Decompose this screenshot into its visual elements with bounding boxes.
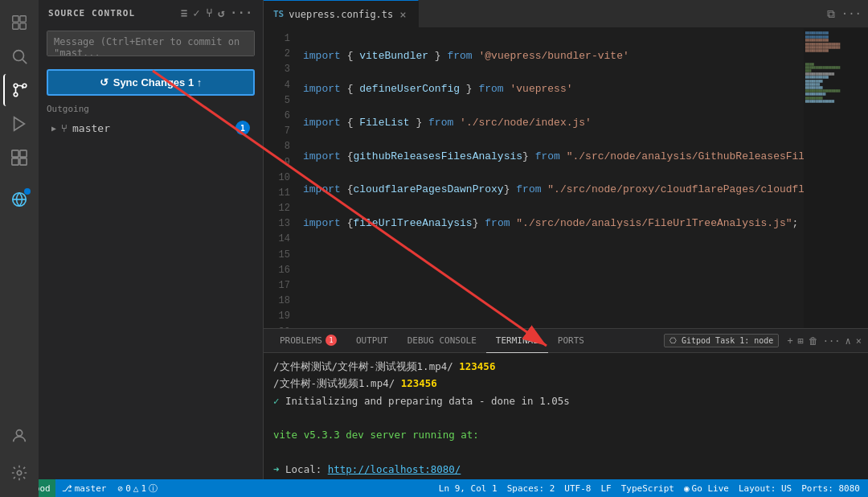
tab-vuepress-config[interactable]: TS vuepress.config.ts ×	[264, 0, 419, 27]
account-icon[interactable]	[3, 420, 35, 452]
sidebar-title: SOURCE CONTROL	[48, 8, 135, 18]
svg-rect-13	[20, 158, 27, 165]
warning-count: 1	[141, 483, 146, 494]
branch-row[interactable]: ▶ ⑂ master 1	[47, 117, 255, 138]
editor-body: 12345 678910 1112131415 1617181920 21 im…	[264, 28, 868, 328]
sidebar-commit-icon[interactable]: ✓	[193, 6, 201, 19]
outgoing-section: Outgoing ▶ ⑂ master 1	[39, 101, 263, 142]
code-editor[interactable]: 12345 678910 1112131415 1617181920 21 im…	[264, 28, 804, 328]
status-errors[interactable]: ⊘ 0 △ 1 ⓘ	[113, 479, 163, 497]
svg-rect-10	[12, 150, 18, 157]
terminal-delete-icon[interactable]: 🗑	[809, 335, 818, 347]
tab-ports[interactable]: PORTS	[548, 329, 594, 353]
minimap-content: ████████████████ ████████████████ ██████…	[804, 28, 868, 106]
svg-line-5	[23, 60, 27, 64]
branch-name: master	[72, 122, 110, 134]
commit-message-input[interactable]	[47, 31, 255, 56]
activity-bar	[0, 0, 39, 497]
sidebar-menu-icon[interactable]: ≡	[181, 6, 189, 19]
svg-point-17	[17, 470, 22, 475]
svg-point-4	[14, 51, 24, 61]
terminal-area: PROBLEMS1 OUTPUT DEBUG CONSOLE TERMINAL …	[264, 328, 868, 497]
terminal-more-icon[interactable]: ···	[823, 335, 841, 347]
terminal-body[interactable]: /文件树测试/文件树-测试视频1.mp4/ 123456 /文件树-测试视频1.…	[264, 353, 868, 497]
line-numbers: 12345 678910 1112131415 1617181920 21	[264, 28, 300, 328]
sidebar-branch-icon[interactable]: ⑂	[206, 6, 213, 19]
explorer-icon[interactable]	[3, 6, 35, 39]
terminal-line-6	[273, 443, 858, 460]
cursor-position: Ln 9, Col 1	[439, 483, 497, 494]
terminal-line-1: /文件树测试/文件树-测试视频1.mp4/ 123456	[273, 358, 858, 375]
tab-problems[interactable]: PROBLEMS1	[270, 329, 346, 353]
search-icon[interactable]	[3, 40, 35, 72]
commit-message-area	[39, 26, 263, 64]
svg-rect-12	[12, 158, 18, 165]
terminal-line-7: ➜ Local: http://localhost:8080/	[273, 461, 858, 478]
source-control-icon[interactable]	[3, 74, 35, 106]
outgoing-label: Outgoing	[47, 104, 255, 114]
status-cursor[interactable]: Ln 9, Col 1	[434, 483, 502, 494]
tab-label: vuepress.config.ts	[289, 9, 393, 20]
status-language[interactable]: TypeScript	[616, 483, 679, 494]
sync-changes-button[interactable]: ↺ Sync Changes 1 ↑	[47, 69, 255, 96]
terminal-line-3: ✓ Initializing and preparing data - done…	[273, 392, 858, 409]
editor-area: TS vuepress.config.ts × ⧉ ··· 12345 6789…	[264, 0, 868, 497]
terminal-line-4	[273, 409, 858, 426]
sidebar-header: SOURCE CONTROL ≡ ✓ ⑂ ↺ ···	[39, 0, 263, 26]
branch-icon: ⑂	[61, 122, 68, 134]
status-layout[interactable]: Layout: US	[734, 483, 796, 494]
terminal-line-2: /文件树-测试视频1.mp4/ 123456	[273, 375, 858, 392]
tab-close-icon[interactable]: ×	[398, 8, 407, 21]
svg-rect-0	[13, 16, 18, 22]
sync-button-label: Sync Changes 1 ↑	[113, 76, 203, 88]
editor-more-icon[interactable]: ···	[841, 7, 862, 20]
terminal-line-5: vite v5.3.3 dev server running at:	[273, 426, 858, 443]
split-editor-icon[interactable]: ⧉	[827, 7, 835, 21]
svg-point-8	[14, 92, 18, 97]
sidebar: SOURCE CONTROL ≡ ✓ ⑂ ↺ ··· ↺ Sync Change…	[39, 0, 264, 497]
status-golive[interactable]: ◉ Go Live	[679, 483, 734, 494]
sidebar-more-icon[interactable]: ···	[230, 6, 253, 19]
ports-label: Ports: 8080	[801, 483, 860, 494]
sync-icon: ↺	[100, 76, 108, 88]
run-debug-icon[interactable]	[3, 108, 35, 140]
tab-debug-console[interactable]: DEBUG CONSOLE	[398, 329, 486, 353]
settings-icon[interactable]	[3, 457, 35, 489]
status-encoding[interactable]: UTF-8	[559, 483, 596, 494]
terminal-collapse-icon[interactable]: ∧	[845, 335, 851, 347]
svg-rect-3	[20, 23, 26, 29]
sidebar-header-icons: ≡ ✓ ⑂ ↺ ···	[181, 6, 253, 19]
golive-label: Go Live	[692, 483, 729, 494]
info-icon: ⓘ	[149, 483, 158, 495]
svg-rect-11	[20, 150, 27, 157]
svg-marker-9	[14, 117, 25, 131]
sync-button-wrapper: ↺ Sync Changes 1 ↑	[39, 64, 263, 101]
status-ports[interactable]: Ports: 8080	[796, 483, 865, 494]
terminal-split-icon[interactable]: ⊞	[798, 335, 804, 347]
svg-point-16	[16, 430, 22, 436]
status-spaces[interactable]: Spaces: 2	[502, 483, 560, 494]
main-layout: SOURCE CONTROL ≡ ✓ ⑂ ↺ ··· ↺ Sync Change…	[39, 0, 868, 497]
error-count: 0	[125, 483, 131, 494]
branch-status-icon: ⎇	[62, 483, 72, 494]
terminal-new-icon[interactable]: +	[787, 335, 792, 347]
extensions-icon[interactable]	[3, 142, 35, 174]
remote-explorer-icon[interactable]	[3, 183, 35, 216]
status-right: Ln 9, Col 1 Spaces: 2 UTF-8 LF TypeScrip…	[434, 483, 865, 494]
branch-badge: 1	[235, 121, 250, 135]
editor-actions: ⧉ ···	[821, 0, 868, 27]
activity-bottom	[3, 420, 35, 491]
tab-terminal[interactable]: TERMINAL	[486, 329, 548, 353]
error-icon: ⊘	[118, 483, 124, 494]
svg-point-6	[14, 84, 18, 88]
branch-left: ▶ ⑂ master	[51, 122, 110, 134]
status-branch[interactable]: ⎇ master	[57, 479, 112, 497]
typescript-file-icon: TS	[273, 9, 284, 19]
terminal-close-icon[interactable]: ×	[856, 335, 862, 347]
code-content: import { viteBundler } from '@vuepress/b…	[300, 28, 804, 328]
svg-rect-1	[20, 16, 26, 22]
tab-output[interactable]: OUTPUT	[346, 329, 398, 353]
status-eol[interactable]: LF	[596, 483, 616, 494]
sidebar-refresh-icon[interactable]: ↺	[218, 6, 226, 19]
chevron-right-icon: ▶	[51, 124, 56, 133]
